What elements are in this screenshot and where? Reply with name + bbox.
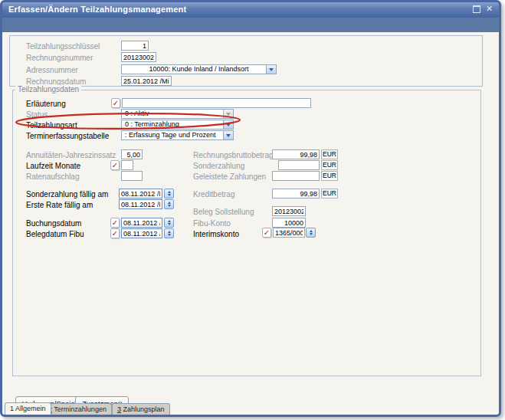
title-bar[interactable]: Erfassen/Ändern Teilzahlungsmanagement [2,2,500,18]
teilzahlungsart-combo[interactable]: 0 : Terminzahlung [121,120,234,130]
interimskonto-label: Interimskonto [193,230,239,238]
adressnummer-combo[interactable]: 10000: Kunde Inland / Inlandsort [121,64,277,74]
tab-strip [2,18,499,32]
restore-icon [473,5,480,13]
tab-zahlungsplan-label: Zahlungsplan [121,405,165,413]
close-button[interactable]: ✕ [484,4,494,14]
kreditbetrag-input[interactable] [272,189,320,199]
status-value: 0 : Aktiv [122,110,233,118]
ratenaufschlag-input[interactable] [121,171,143,181]
kreditbetrag-label: Kreditbetrag [193,190,234,199]
sonderzahlung-faellig-label: Sonderzahlung fällig am [26,190,108,199]
teilzahlungsart-dropdown-icon[interactable] [223,120,233,129]
teilzahlungsart-value: 0 : Terminzahlung [122,120,233,129]
laufzeit-monate-label: Laufzeit Monate [26,162,80,170]
rechnungsnummer-label: Rechnungsnummer [26,54,93,62]
buchungsdatum-label: Buchungsdatum [26,219,81,228]
buchungsdatum-edit-check-icon[interactable]: ✓ [110,218,120,228]
teilzahlungsdaten-group-title: Teilzahlungsdaten [15,85,81,94]
rechnungsnummer-input[interactable] [121,52,156,62]
teilzahlungsschluessel-label: Teilzahlungsschlüssel [26,42,100,51]
erste-rate-label: Erste Rate fällig am [26,201,93,209]
erlaeuterung-edit-check-icon[interactable]: ✓ [111,98,120,108]
laufzeit-monate-input[interactable] [121,160,133,170]
erlaeuterung-label: Erläuterung [26,100,66,108]
erste-rate-input[interactable] [119,199,162,209]
tab-allgemein-label: 1 Allgemein [10,405,46,412]
annuitaeten-input[interactable] [121,149,143,159]
status-label: Status [26,110,48,119]
geleistete-zahlungen-input[interactable] [272,171,320,181]
rechnungsbruttobetrag-label: Rechnungsbruttobetrag [193,151,274,159]
tab-terminzahlungen-label: Terminzahlungen [52,405,107,413]
sonderzahlung-input[interactable] [278,160,320,170]
teilzahlungsschluessel-input[interactable] [121,41,149,51]
status-dropdown-icon [223,110,233,118]
adressnummer-value: 10000: Kunde Inland / Inlandsort [122,65,276,74]
annuitaeten-label: Annuitäten-Jahreszinssatz [26,151,116,159]
close-icon: ✕ [486,5,493,13]
adressnummer-spinner-icon[interactable] [266,65,276,74]
geleistete-zahlungen-unit: EUR [321,171,338,181]
buchungsdatum-input[interactable] [121,218,162,228]
screen: Erfassen/Ändern Teilzahlungsmanagement ✕… [0,0,505,420]
tab-terminzahlungen[interactable]: 2 Terminzahlungen [43,403,112,417]
adressnummer-label: Adressnummer [26,66,78,74]
rechnungsbruttobetrag-unit: EUR [321,149,338,159]
erlaeuterung-input[interactable] [122,98,311,108]
interimskonto-edit-check-icon[interactable]: ✓ [262,228,271,238]
belegdatum-fibu-input[interactable] [121,228,162,238]
tab-zahlungsplan[interactable]: 3 Zahlungsplan [112,403,170,417]
belegdatum-fibu-label: Belegdatum Fibu [26,230,84,238]
rechnungsdatum-input[interactable] [121,76,172,86]
beleg-sollstellung-input[interactable] [272,206,306,216]
interimskonto-spinner-icon[interactable] [306,228,316,238]
belegdatum-fibu-edit-check-icon[interactable]: ✓ [110,228,120,238]
sonderzahlung-faellig-spinner-icon[interactable] [164,189,174,199]
kreditbetrag-unit: EUR [321,189,338,199]
erste-rate-spinner-icon[interactable] [164,199,174,209]
terminerfassungstabelle-label: Terminerfassungstabelle [26,132,109,140]
interimskonto-input[interactable] [273,228,305,238]
laufzeit-monate-edit-check-icon[interactable]: ✓ [110,160,120,170]
fibu-konto-input[interactable] [272,218,306,228]
tab-allgemein[interactable]: 1 Allgemein [5,402,51,417]
beleg-sollstellung-label: Beleg Sollstellung [193,208,254,216]
sonderzahlung-label: Sonderzahlung [193,162,244,170]
status-combo[interactable]: 0 : Aktiv [121,109,234,119]
sonderzahlung-faellig-input[interactable] [119,189,162,199]
teilzahlungsart-label: Teilzahlungsart [26,121,77,130]
terminerfassungstabelle-dropdown-icon[interactable] [223,131,233,139]
sonderzahlung-unit: EUR [321,160,338,170]
ratenaufschlag-label: Ratenaufschlag [26,172,80,181]
belegdatum-fibu-spinner-icon[interactable] [164,228,174,238]
buchungsdatum-spinner-icon[interactable] [164,218,174,228]
dialog-window: Erfassen/Ändern Teilzahlungsmanagement ✕… [0,0,501,417]
fibu-konto-label: Fibu-Konto [193,219,231,228]
window-title: Erfassen/Ändern Teilzahlungsmanagement [8,5,186,14]
terminerfassungstabelle-combo[interactable]: : Erfassung Tage und Prozent [121,130,234,140]
restore-button[interactable] [471,4,481,14]
geleistete-zahlungen-label: Geleistete Zahlungen [193,172,266,181]
terminerfassungstabelle-value: : Erfassung Tage und Prozent [122,131,233,139]
rechnungsbruttobetrag-input[interactable] [272,149,320,159]
